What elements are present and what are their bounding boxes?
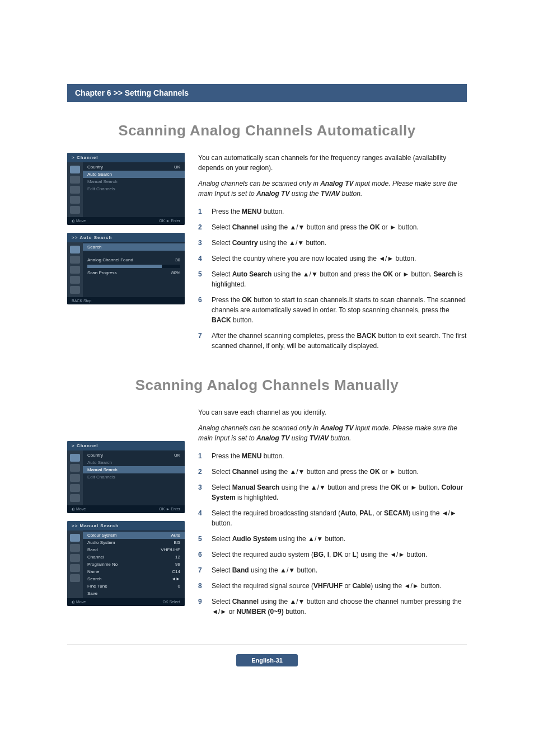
osd-progress-value: 80% <box>171 270 180 275</box>
step-text: Select Channel using the ▲/▼ button and … <box>212 597 467 617</box>
section1-screenshots: > Channel CountryUK Auto Search Manual S… <box>67 153 185 356</box>
step-number: 6 <box>198 295 206 325</box>
osd-row-value: UK <box>174 453 180 458</box>
osd-footer-hint: OK ► Enter <box>159 219 180 223</box>
osd-row-label: Search <box>87 576 101 581</box>
osd-title: >> Manual Search <box>67 521 185 530</box>
note-text: Analog channels can be scanned only in A… <box>198 423 467 443</box>
chapter-heading: Chapter 6 >> Setting Channels <box>67 84 467 102</box>
page-number-badge: English-31 <box>236 654 298 666</box>
osd-row-label: Band <box>87 547 98 552</box>
osd-row-value: 0 <box>178 584 180 589</box>
section-title-manual: Scanning Analog Channels Manually <box>67 377 467 394</box>
step-text: Press the MENU button. <box>212 206 467 217</box>
osd-found-value: 30 <box>175 257 180 262</box>
step-number: 7 <box>198 565 206 575</box>
osd-row-label: Edit Channels <box>87 186 115 191</box>
footer-divider <box>67 645 467 645</box>
step-number: 8 <box>198 581 206 591</box>
osd-row-value: BG <box>174 540 180 545</box>
osd-footer-hint: ◐ Move <box>72 219 86 223</box>
osd-footer-hint: OK Select <box>162 600 180 604</box>
osd-icon <box>70 276 80 284</box>
osd-title: > Channel <box>67 153 185 162</box>
osd-title: >> Auto Search <box>67 233 185 242</box>
osd-progress-label: Scan Progress <box>87 270 116 275</box>
step-number: 4 <box>198 508 206 528</box>
step-text: Select Channel using the ▲/▼ button and … <box>212 467 467 477</box>
step-number: 9 <box>198 597 206 617</box>
step-text: After the channel scanning completes, pr… <box>212 331 467 351</box>
step-number: 5 <box>198 269 206 289</box>
note-text: Analog channels can be scanned only in A… <box>198 179 467 199</box>
osd-icon <box>70 196 80 204</box>
osd-icon <box>70 574 80 582</box>
section1-content: > Channel CountryUK Auto Search Manual S… <box>67 153 467 356</box>
osd-row-value: 12 <box>175 555 180 560</box>
osd-row-label: Auto Search <box>87 460 112 465</box>
osd-footer-hint: BACK Stop <box>72 299 91 303</box>
step-text: Select Country using the ▲/▼ button. <box>212 238 467 248</box>
step-number: 3 <box>198 238 206 248</box>
step-number: 4 <box>198 253 206 264</box>
osd-row-value: Auto <box>171 533 180 538</box>
osd-icon <box>70 176 80 184</box>
osd-icon <box>70 474 80 482</box>
page-container: Chapter 6 >> Setting Channels Scanning A… <box>0 0 534 700</box>
osd-row-value: VHF/UHF <box>161 547 180 552</box>
osd-icon <box>70 454 80 462</box>
step-text: Select Band using the ▲/▼ button. <box>212 565 467 575</box>
step-number: 6 <box>198 550 206 560</box>
step-text: Select Auto Search using the ▲/▼ button … <box>212 269 467 289</box>
step-text: Select the country where you are now loc… <box>212 253 467 264</box>
osd-icon <box>70 544 80 552</box>
step-text: Press the MENU button. <box>212 451 467 461</box>
step-text: Press the OK button to start to scan cha… <box>212 295 467 325</box>
step-number: 2 <box>198 467 206 477</box>
osd-icon <box>70 286 80 294</box>
step-text: Select Audio System using the ▲/▼ button… <box>212 534 467 544</box>
osd-row-label: Country <box>87 165 103 170</box>
osd-channel-menu-2: > Channel CountryUK Auto Search Manual S… <box>67 441 185 513</box>
osd-row-value: ◄► <box>171 576 180 581</box>
step-text: Select the required audio system (BG, I,… <box>212 550 467 560</box>
osd-manual-search: >> Manual Search Colour SystemAuto Audio… <box>67 521 185 606</box>
osd-icon <box>70 256 80 264</box>
osd-footer-hint: OK ► Enter <box>159 507 180 511</box>
osd-icon <box>70 266 80 274</box>
step-number: 3 <box>198 482 206 503</box>
osd-footer-hint: ◐ Move <box>72 600 86 604</box>
section2-text: You can save each channel as you identif… <box>198 407 467 622</box>
osd-icon <box>70 484 80 492</box>
section-title-auto: Scanning Analog Channels Automatically <box>67 122 467 139</box>
osd-row-label: Manual Search <box>87 467 118 472</box>
osd-row-label: Search <box>87 245 101 250</box>
osd-icon <box>70 464 80 472</box>
intro-text: You can automatically scan channels for … <box>198 153 467 173</box>
osd-icon <box>70 186 80 194</box>
step-number: 1 <box>198 451 206 461</box>
osd-row-label: Auto Search <box>87 172 112 177</box>
osd-row-label: Country <box>87 453 103 458</box>
osd-row-label: Programme No <box>87 562 118 567</box>
step-text: Select the required broadcasting standar… <box>212 508 467 528</box>
osd-icon <box>70 246 80 253</box>
osd-channel-menu: > Channel CountryUK Auto Search Manual S… <box>67 153 185 225</box>
osd-icon <box>70 534 80 542</box>
step-number: 2 <box>198 222 206 232</box>
osd-icon <box>70 206 80 214</box>
osd-row-label: Channel <box>87 555 104 560</box>
osd-row-label: Manual Search <box>87 179 118 184</box>
osd-row-value: 99 <box>175 562 180 567</box>
step-number: 5 <box>198 534 206 544</box>
osd-icon <box>70 494 80 502</box>
section2-content: > Channel CountryUK Auto Search Manual S… <box>67 407 467 622</box>
step-number: 1 <box>198 206 206 217</box>
osd-icon <box>70 564 80 572</box>
section2-screenshots: > Channel CountryUK Auto Search Manual S… <box>67 407 185 622</box>
section1-text: You can automatically scan channels for … <box>198 153 467 356</box>
step-number: 7 <box>198 331 206 351</box>
step-text: Select Channel using the ▲/▼ button and … <box>212 222 467 232</box>
osd-row-label: Fine Tune <box>87 584 107 589</box>
step-text: Select the required signal source (VHF/U… <box>212 581 467 591</box>
